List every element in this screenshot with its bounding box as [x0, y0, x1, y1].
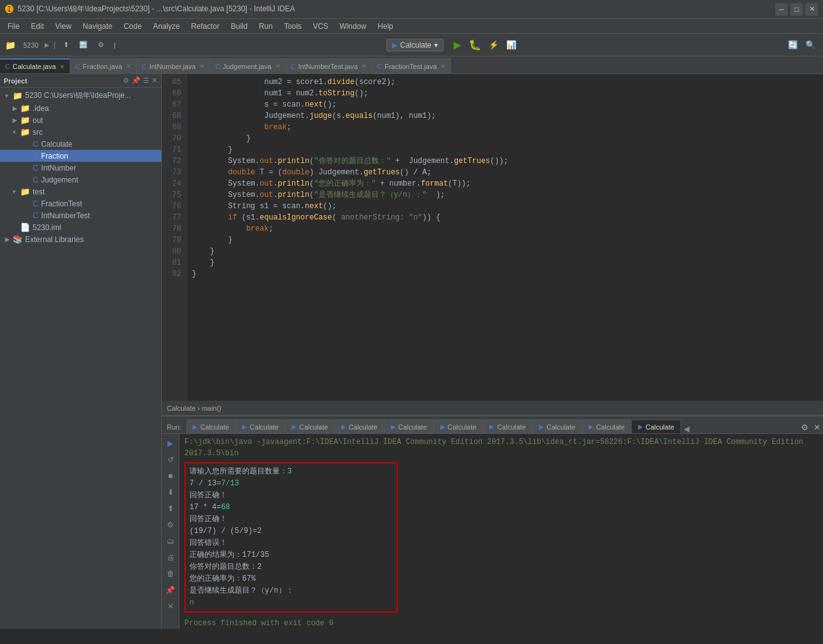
toolbar-btn-1[interactable]: ⬆	[60, 39, 73, 51]
run-settings-btn2[interactable]: ⚙	[164, 518, 178, 532]
tree-item-test[interactable]: ▾ 📁 test	[0, 186, 161, 198]
sidebar-close-icon[interactable]: ✕	[152, 77, 157, 85]
menu-edit[interactable]: Edit	[26, 21, 49, 32]
menu-help[interactable]: Help	[373, 21, 398, 32]
run-settings-icon[interactable]: ⚙	[799, 421, 811, 433]
menu-window[interactable]: Window	[334, 21, 371, 32]
run-tab-1[interactable]: ▶ Calculate	[186, 420, 236, 433]
run-scroll-start-button[interactable]: ⬆	[164, 502, 178, 515]
run-rerun-button[interactable]: ↺	[164, 453, 178, 467]
menu-refactor[interactable]: Refactor	[186, 21, 225, 32]
sidebar-settings-icon[interactable]: ☰	[143, 77, 149, 85]
sidebar-pin-icon[interactable]: 📌	[132, 77, 141, 85]
toolbar: 📁 5230 ▶ | ⬆ 🔙 ⚙ | ▶ Calculate ▾ ▶ 🐛 ⚡ 📊…	[0, 34, 823, 56]
tree-item-root[interactable]: ▾ 📁 5230 C:\Users\锦年\IdeaProje...	[0, 89, 161, 102]
calculate-java-icon: C	[33, 139, 38, 149]
tree-item-judgement[interactable]: C Judgement	[0, 174, 161, 186]
code-view[interactable]: 65 66 67 68 69 70 71 72 73 74 75 76 77 7…	[162, 74, 823, 401]
close-button[interactable]: ✕	[805, 3, 818, 16]
tree-item-fraction[interactable]: C Fraction	[0, 150, 161, 162]
tab-intnumber-icon: C	[142, 63, 147, 70]
run-tab-9[interactable]: ▶ Calculate	[582, 420, 632, 433]
tab-calculate-java[interactable]: C Calculate.java ✕	[0, 58, 70, 73]
menu-code[interactable]: Code	[119, 21, 147, 32]
run-output[interactable]: F:\jdk\bin\java -javaagent:F:\IDEA\Intel…	[179, 434, 823, 629]
sync-button[interactable]: 🔄	[785, 39, 800, 51]
menu-vcs[interactable]: VCS	[308, 21, 334, 32]
output-process-finish: Process finished with exit code 0	[184, 618, 818, 629]
run-clear-button[interactable]: 🗑	[164, 567, 178, 581]
run-tab-4[interactable]: ▶ Calculate	[335, 420, 385, 433]
tab-judgement-close[interactable]: ✕	[275, 63, 280, 70]
tree-item-out[interactable]: ▶ 📁 out	[0, 114, 161, 126]
iml-file-icon: 📄	[20, 223, 30, 232]
tab-intnumbertest-java[interactable]: C IntNumberTest.java ✕	[286, 58, 373, 73]
tab-bar: C Calculate.java ✕ C Fraction.java ✕ C I…	[0, 56, 823, 74]
run-fold-button[interactable]: 🗂	[164, 534, 178, 548]
tab-intnumber-java[interactable]: C IntNumber.java ✕	[137, 58, 210, 73]
tree-item-src[interactable]: ▾ 📁 src	[0, 126, 161, 138]
run-tab-2[interactable]: ▶ Calculate	[236, 420, 285, 433]
menu-view[interactable]: View	[50, 21, 77, 32]
tree-item-intnumber[interactable]: C IntNumber	[0, 162, 161, 174]
run-tab-3[interactable]: ▶ Calculate	[285, 420, 335, 433]
toolbar-project-dropdown[interactable]: 5230	[19, 40, 42, 51]
toolbar-btn-2[interactable]: 🔙	[75, 39, 92, 51]
toolbar-btn-4[interactable]: |	[110, 40, 120, 51]
run-tab-5[interactable]: ▶ Calculate	[385, 420, 434, 433]
tab-fraction-close[interactable]: ✕	[126, 63, 131, 70]
tab-intnumber-close[interactable]: ✕	[199, 63, 204, 70]
tab-judgement-java[interactable]: C Judgement.java ✕	[210, 58, 286, 73]
sidebar-gear-icon[interactable]: ⚙	[123, 77, 129, 85]
menu-build[interactable]: Build	[226, 21, 253, 32]
run-play-button[interactable]: ▶	[164, 436, 178, 450]
menu-navigate[interactable]: Navigate	[78, 21, 117, 32]
intnumbertest-java-icon: C	[33, 211, 38, 220]
menu-file[interactable]: File	[3, 21, 24, 32]
tree-item-iml[interactable]: 📄 5230.iml	[0, 221, 161, 233]
test-folder-icon: 📁	[20, 187, 30, 196]
tree-item-extlibs[interactable]: ▶ 📚 External Libraries	[0, 233, 161, 245]
output-prompt-line: 请输入您所需要的题目数量：3	[189, 466, 393, 477]
maximize-button[interactable]: □	[790, 3, 803, 16]
search-everywhere-button[interactable]: 🔍	[803, 39, 818, 51]
menu-tools[interactable]: Tools	[279, 21, 307, 32]
run-button[interactable]: ▶	[451, 38, 464, 52]
judgement-java-icon: C	[33, 175, 38, 184]
run-tab-7[interactable]: ▶ Calculate	[483, 420, 533, 433]
run-tab-scroll-left[interactable]: ◀	[681, 425, 692, 433]
profile-button[interactable]: 📊	[504, 39, 519, 51]
run-pin-button[interactable]: 📌	[164, 583, 178, 597]
debug-button[interactable]: 🐛	[466, 38, 484, 52]
tree-item-calculate[interactable]: C Calculate	[0, 138, 161, 150]
tab-fractiontest-java[interactable]: C FractionTest.java ✕	[372, 58, 451, 73]
code-content[interactable]: num2 = score1.divide(score2); num1 = num…	[187, 74, 823, 401]
run-print-button[interactable]: 🖨	[164, 551, 178, 564]
menu-run[interactable]: Run	[254, 21, 278, 32]
tab-close-icon[interactable]: ✕	[60, 63, 65, 70]
tree-item-intnumbertest[interactable]: C IntNumberTest	[0, 209, 161, 221]
tab-fraction-java[interactable]: C Fraction.java ✕	[70, 58, 137, 73]
run-tabs: Run: ▶ Calculate ▶ Calculate ▶ Calculate…	[162, 416, 823, 434]
coverage-button[interactable]: ⚡	[486, 39, 501, 51]
extlibs-icon: 📚	[13, 235, 23, 244]
run-scroll-end-button[interactable]: ⬇	[164, 485, 178, 499]
tree-arrow-extlibs: ▶	[5, 236, 13, 243]
run-tab-6[interactable]: ▶ Calculate	[434, 420, 484, 433]
tab-fractiontest-close[interactable]: ✕	[440, 63, 445, 70]
fraction-java-icon: C	[33, 151, 38, 161]
run-tab-8[interactable]: ▶ Calculate	[533, 420, 582, 433]
tree-item-fractiontest[interactable]: C FractionTest	[0, 198, 161, 209]
run-close-btn2[interactable]: ✕	[164, 599, 178, 613]
window-controls[interactable]: ─ □ ✕	[775, 3, 818, 16]
run-tab-10[interactable]: ▶ Calculate	[632, 420, 681, 433]
run-config-selector[interactable]: ▶ Calculate ▾	[386, 39, 443, 51]
minimize-button[interactable]: ─	[775, 3, 788, 16]
tab-intnumbertest-close[interactable]: ✕	[361, 63, 366, 70]
menu-analyze[interactable]: Analyze	[148, 21, 185, 32]
toolbar-btn-3[interactable]: ⚙	[94, 39, 108, 51]
tree-item-idea[interactable]: ▶ 📁 .idea	[0, 102, 161, 114]
tab-fraction-label: Fraction.java	[83, 63, 122, 70]
run-panel-close[interactable]: ✕	[811, 421, 823, 433]
run-stop-button[interactable]: ■	[164, 469, 178, 483]
